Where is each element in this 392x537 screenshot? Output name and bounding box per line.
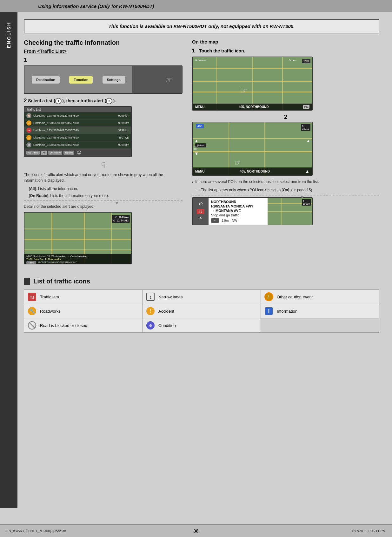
detail-map: ⊙ 9999km ⊙ 12:34 AM I-205 Northbound / S… xyxy=(24,213,132,264)
row-name: ListName_12345678901234567890 xyxy=(33,129,117,132)
icon-row-roadworks: 🔧 Roadworks xyxy=(24,304,142,318)
icon-label-caution: Other caution event xyxy=(277,295,313,299)
panel-road-v xyxy=(281,198,282,225)
map2-dist: 510310 xyxy=(301,124,310,131)
map-time: 7:01 xyxy=(302,59,310,63)
nav-btn-settings[interactable]: Settings xyxy=(103,76,125,84)
icons-grid: TJ Traffic jam 🔧 Roadworks xyxy=(24,289,379,333)
row-dist: 880 xyxy=(118,136,123,139)
road-v3 xyxy=(282,57,283,110)
nav-buttons-area: Destination Function Settings xyxy=(24,66,132,93)
hand-icon-map2: ☞ xyxy=(235,159,241,167)
map-bg-1: Brentwood Bel Air 7:01 ☞ xyxy=(193,57,312,110)
top-strip: Using information service (Only for KW-N… xyxy=(0,0,392,12)
footer-btn-onroute[interactable]: On Route xyxy=(48,151,62,155)
traffic-info-footer: ← 1.9mi NW xyxy=(211,218,265,223)
footer-btn-return[interactable]: Return xyxy=(63,151,74,155)
map2-route-text: 405, NORTHBOUND xyxy=(240,170,270,173)
svg-line-5 xyxy=(29,323,35,328)
traffic-list-footer: NoTraffic All On Route Return ① xyxy=(24,149,131,157)
footer-btn-notraffic[interactable]: NoTraffic xyxy=(26,151,40,155)
badge-1-inline: ① xyxy=(77,150,81,156)
heading-square xyxy=(24,278,30,285)
row-icon: 🚗 xyxy=(26,128,31,133)
icon-label-narrow: Narrow lanes xyxy=(158,295,183,299)
accident-symbol: ! xyxy=(146,306,155,316)
table-row[interactable]: 🚗 ListName_12345678901234567890 9999 km xyxy=(24,127,131,134)
list-heading: List of traffic icons xyxy=(24,278,379,285)
badge-2: 2 xyxy=(106,98,112,104)
alphabet-text: ABCDEFGHIJKLMNOPQRSTUVWXYZ xyxy=(37,261,76,264)
map2-nav-icon: ▲ xyxy=(305,169,309,174)
table-row[interactable]: ⚠ ListName_12345678901234567890 880 ② xyxy=(24,134,131,141)
map2-route-badge: 405 xyxy=(196,124,204,128)
traffic-info-right: NORTHBOUND I-10/SANTA MONICA FWY → MONTA… xyxy=(209,198,268,225)
hand-icon-map1: ☞ xyxy=(240,86,247,95)
traffic-dir: NW xyxy=(232,219,237,222)
traffic-jam-icon: TJ xyxy=(197,209,204,214)
nav-btn-function[interactable]: Function xyxy=(69,76,93,84)
icon-label-condition: Condition xyxy=(158,323,176,328)
traffic-back-btn[interactable]: ← xyxy=(211,218,219,223)
icon-label-accident: Accident xyxy=(158,309,174,314)
row-dist: 9999 km xyxy=(118,121,129,125)
table-row[interactable]: 🏠 ListName_12345678901234567890 9999 km xyxy=(24,112,131,119)
map1-overlay-bar: MENU 405, NORTHBOUND HD xyxy=(193,104,312,110)
caution-symbol: ! xyxy=(264,292,274,302)
left-column: Checking the traffic information From <T… xyxy=(24,39,183,268)
map1-route-text: 405, NORTHBOUND xyxy=(239,105,269,109)
arrow-up[interactable]: ▲ xyxy=(194,138,199,143)
blocked-symbol xyxy=(27,321,37,330)
note-poi: – The list appears only when <POI Icon> … xyxy=(198,187,379,193)
desc-text: The icons of traffic alert which are not… xyxy=(24,172,183,183)
road-h5 xyxy=(193,151,312,152)
note-all: [All]: Lists all the information. xyxy=(29,186,183,192)
roadworks-symbol: 🔧 xyxy=(27,306,37,316)
table-row[interactable]: ⚠ ListName_12345678901234567890 9999 km xyxy=(24,119,131,127)
sidebar: ENGLISH xyxy=(0,12,17,508)
right-heading: On the map xyxy=(192,39,379,44)
footer-left-text: EN_KW-NT500HDT_NT300[J].indb 38 xyxy=(6,529,66,533)
map-label-brentwood: Brentwood xyxy=(195,59,207,62)
info-symbol: i xyxy=(264,306,274,316)
bottom-section: List of traffic icons TJ Traffic jam xyxy=(24,278,379,333)
map1-menu-btn[interactable]: MENU xyxy=(195,105,204,109)
right-step1-num: 1 Touch the traffic icon. xyxy=(192,48,379,54)
traffic-route-1: I-10/SANTA MONICA FWY xyxy=(211,204,265,208)
step1-num: 1 xyxy=(24,57,183,64)
arrow-down[interactable]: ▼ xyxy=(194,151,199,156)
nav-btn-destination[interactable]: Destination xyxy=(32,76,60,84)
table-row[interactable]: ⚙ ListName_12345678901234567890 9999 km xyxy=(24,141,131,149)
svg-text:TJ: TJ xyxy=(30,295,34,300)
detail-bottom-bar: I-205 Northbound / S. Western Ave. → Cre… xyxy=(24,254,132,264)
map1-hd-btn[interactable]: HD xyxy=(303,105,309,109)
footer-btn-all[interactable]: All xyxy=(41,151,47,155)
detail-route-text: I-205 Northbound / S. Western Ave. → Cre… xyxy=(26,255,130,258)
svg-text:↕: ↕ xyxy=(149,295,152,300)
notice-box: This function is available on KW-NT500HD… xyxy=(24,19,379,33)
arrow-divider xyxy=(24,201,183,201)
nav-screen: Destination Function Settings ☞ xyxy=(24,65,183,94)
page-footer: EN_KW-NT500HDT_NT300[J].indb 38 38 12/7/… xyxy=(0,524,392,537)
svg-text:!: ! xyxy=(150,308,151,314)
map-label-bel-air: Bel Air xyxy=(289,59,296,62)
icon-label-roadworks: Roadworks xyxy=(40,309,61,314)
detail-text: Details of the selected alert are displa… xyxy=(24,204,183,209)
icon-label-blocked: Road is blocked or closed xyxy=(40,323,87,328)
icon-row-condition: ⚙ Condition xyxy=(143,318,261,332)
select-btn[interactable]: Select xyxy=(26,261,36,264)
icons-col-2: ↕ Narrow lanes ! Accident xyxy=(143,290,261,332)
bullet-text-1: If there are several POIs on the selecte… xyxy=(195,179,319,185)
row-name: ListName_12345678901234567890 xyxy=(33,136,117,139)
step2-text: Select a list (1), then a traffic alert … xyxy=(28,98,116,103)
time-value: ⊙ 12:34 AM xyxy=(113,219,129,222)
bullet-point-1: • If there are several POIs on the selec… xyxy=(192,179,379,185)
row-icon: ⚠ xyxy=(26,135,31,140)
row-dist: 9999 km xyxy=(118,129,129,132)
map-road-h2 xyxy=(24,239,132,240)
badge-2-inline: ② xyxy=(125,135,129,140)
map2-menu-btn[interactable]: MENU xyxy=(195,170,204,173)
map-road-h1 xyxy=(24,228,132,229)
panel-map: 510310 xyxy=(268,198,312,225)
icon-row-info: i Information xyxy=(261,304,379,318)
